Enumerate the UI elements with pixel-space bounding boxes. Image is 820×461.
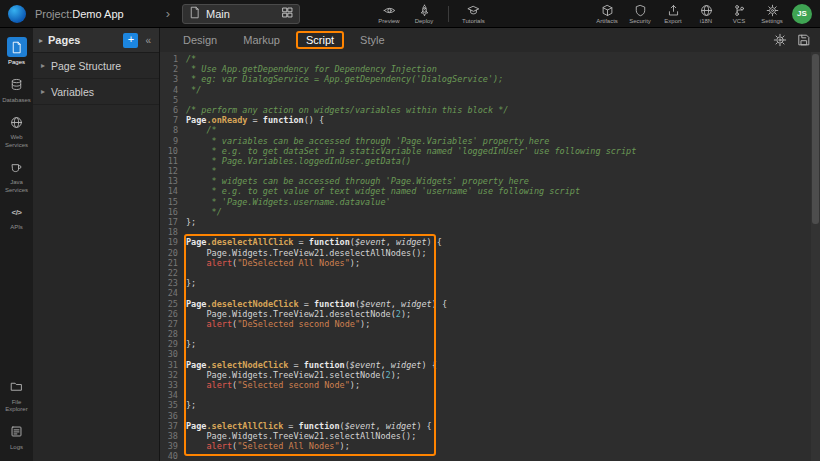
rocket-icon — [418, 4, 431, 17]
chevron-right-icon[interactable]: › — [166, 6, 170, 21]
logs-icon — [10, 425, 23, 438]
line-number: 36 — [160, 411, 186, 421]
code-line: 29}; — [160, 339, 820, 349]
topbar-action-deploy[interactable]: Deploy — [413, 4, 435, 24]
code-line: 22 — [160, 268, 820, 278]
line-number: 3 — [160, 74, 186, 84]
sidebar-icon-wrap — [7, 377, 27, 397]
tab-script[interactable]: Script — [296, 31, 344, 49]
code-text: alert("DeSelected second Node"); — [186, 319, 370, 329]
sidebar-item-logs[interactable]: Logs — [0, 418, 33, 456]
chevron-right-icon[interactable]: ▸ — [39, 36, 43, 45]
sidebar-item-databases[interactable]: Databases — [0, 71, 33, 109]
topbar-action-label: Export — [664, 18, 681, 24]
project-title: Project:Demo App — [35, 8, 124, 20]
line-number: 31 — [160, 360, 186, 370]
topbar-action-tutorials[interactable]: Tutorials — [462, 4, 485, 24]
collapse-panel-icon[interactable]: « — [143, 35, 153, 46]
line-number: 19 — [160, 237, 186, 247]
code-text: Page.selectAllClick = function($event, w… — [186, 421, 432, 431]
tab-bar: DesignMarkupScriptStyle — [160, 28, 820, 52]
sidebar-item-web-services[interactable]: Web Services — [0, 108, 33, 153]
line-number: 35 — [160, 400, 186, 410]
panel-item-variables[interactable]: ▸Variables — [33, 79, 159, 105]
code-text: * eg: var DialogService = App.getDepende… — [186, 74, 503, 84]
code-line: 23}; — [160, 278, 820, 288]
code-text: Page.deselectAllClick = function($event,… — [186, 237, 442, 247]
topbar-action-label: Deploy — [415, 18, 434, 24]
topbar-action-label: Security — [629, 18, 651, 24]
sidebar-item-file-explorer[interactable]: File Explorer — [0, 373, 33, 418]
topbar-action-export[interactable]: Export — [662, 4, 684, 24]
line-number: 25 — [160, 299, 186, 309]
sidebar-item-apis[interactable]: </>APIs — [0, 198, 33, 236]
user-avatar[interactable]: JS — [792, 4, 812, 24]
sidebar-icon-wrap — [7, 37, 27, 57]
code-text: Page.Widgets.TreeView21.selectAllNodes()… — [186, 431, 416, 441]
topbar-center-actions: PreviewDeployTutorials — [378, 0, 485, 28]
line-number: 15 — [160, 197, 186, 207]
globe-icon — [10, 116, 23, 129]
line-number: 5 — [160, 95, 186, 105]
code-line: 17}; — [160, 217, 820, 227]
line-number: 12 — [160, 166, 186, 176]
tab-style[interactable]: Style — [350, 31, 394, 49]
code-line: 28 — [160, 329, 820, 339]
topbar-divider — [448, 6, 449, 22]
code-line: 1/* — [160, 54, 820, 64]
gear-icon — [773, 33, 787, 47]
script-editor[interactable]: 1/*2 * Use App.getDependency for Depende… — [160, 52, 820, 461]
topbar-action-vcs[interactable]: VCS — [728, 4, 750, 24]
scrollbar-thumb[interactable] — [812, 54, 819, 224]
sidebar-item-pages[interactable]: Pages — [0, 33, 33, 71]
line-number: 21 — [160, 258, 186, 268]
code-line: 3 * eg: var DialogService = App.getDepen… — [160, 74, 820, 84]
code-text: }; — [186, 400, 196, 410]
code-line: 26 Page.Widgets.TreeView21.deselectNode(… — [160, 309, 820, 319]
sidebar-item-java-services[interactable]: Java Services — [0, 153, 33, 198]
line-number: 1 — [160, 54, 186, 64]
code-text: Page.deselectNodeClick = function($event… — [186, 299, 447, 309]
tab-design[interactable]: Design — [173, 31, 227, 49]
line-number: 27 — [160, 319, 186, 329]
line-number: 7 — [160, 115, 186, 125]
code-line: 24 — [160, 288, 820, 298]
topbar-action-settings[interactable]: Settings — [761, 4, 783, 24]
editor-scrollbar[interactable] — [811, 52, 820, 461]
sidebar-item-label: Databases — [1, 97, 32, 105]
code-line: 39 alert("Selected All Nodes"); — [160, 441, 820, 451]
code-line: 32 Page.Widgets.TreeView21.selectNode(2)… — [160, 370, 820, 380]
app-window: Project:Demo App › Main PreviewDeployTut… — [0, 0, 820, 461]
code-text: /* — [186, 125, 217, 135]
page-selector-icon-slot — [188, 5, 201, 23]
tab-markup[interactable]: Markup — [233, 31, 290, 49]
add-page-button[interactable]: + — [123, 33, 138, 48]
page-selector-dropdown[interactable]: Main — [182, 4, 300, 24]
line-number: 2 — [160, 64, 186, 74]
topbar-action-artifacts[interactable]: Artifacts — [596, 4, 618, 24]
page-icon — [188, 6, 201, 19]
code-line: 13 * widgets can be accessed through 'Pa… — [160, 176, 820, 186]
topbar-action-i18n[interactable]: i18N — [695, 4, 717, 24]
line-number: 29 — [160, 339, 186, 349]
topbar-action-security[interactable]: Security — [629, 4, 651, 24]
code-text: alert("DeSelected All Nodes"); — [186, 258, 360, 268]
panel-item-page-structure[interactable]: ▸Page Structure — [33, 53, 159, 79]
project-label: Project: — [35, 8, 72, 20]
line-number: 9 — [160, 136, 186, 146]
code-line: 36 — [160, 411, 820, 421]
save-button[interactable] — [797, 33, 811, 47]
code-line: 10 * e.g. to get dataSet in a staticVari… — [160, 146, 820, 156]
line-number: 22 — [160, 268, 186, 278]
code-line: 19Page.deselectAllClick = function($even… — [160, 237, 820, 247]
topbar-action-label: Tutorials — [462, 18, 485, 24]
editor-settings-button[interactable] — [773, 33, 787, 47]
line-number: 6 — [160, 105, 186, 115]
page-selector-grid-slot[interactable] — [281, 5, 294, 23]
code-text: * widgets can be accessed through 'Page.… — [186, 176, 529, 186]
sidebar-item-label: Logs — [9, 444, 24, 452]
sidebar-top: PagesDatabasesWeb ServicesJava Services<… — [0, 33, 33, 236]
topbar-action-preview[interactable]: Preview — [378, 4, 400, 24]
code-text: * e.g. to get value of text widget named… — [186, 186, 580, 196]
line-number: 33 — [160, 380, 186, 390]
